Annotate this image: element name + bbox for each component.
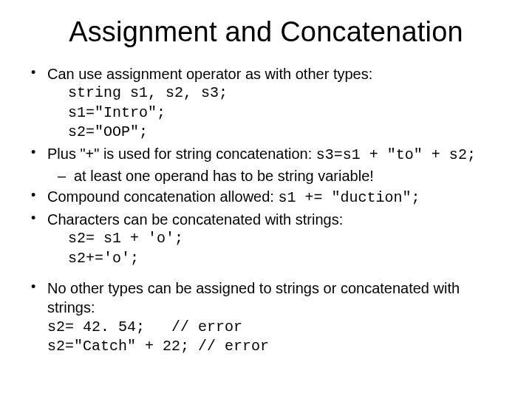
sub-bullet: at least one operand has to be string va… xyxy=(58,166,505,185)
sub-text: at least one operand has to be string va… xyxy=(74,168,374,184)
slide: Assignment and Concatenation Can use ass… xyxy=(0,0,532,399)
sub-list: at least one operand has to be string va… xyxy=(47,166,505,185)
code-line: s2="Catch" + 22; // error xyxy=(47,337,505,356)
bullet-list: Can use assignment operator as with othe… xyxy=(27,64,505,268)
bullet-list-2: No other types can be assigned to string… xyxy=(27,279,505,357)
bullet-text: Can use assignment operator as with othe… xyxy=(47,66,372,82)
bullet-concatenation: Plus "+" is used for string concatenatio… xyxy=(27,144,505,186)
bullet-text: Plus "+" is used for string concatenatio… xyxy=(47,146,316,162)
code-line: string s1, s2, s3; xyxy=(68,83,505,103)
bullet-errors: No other types can be assigned to string… xyxy=(27,279,505,357)
bullet-characters: Characters can be concatenated with stri… xyxy=(27,210,505,268)
bullet-assignment: Can use assignment operator as with othe… xyxy=(27,64,505,143)
code-line: s2= s1 + 'o'; xyxy=(68,229,505,248)
code-line: s2= 42. 54; // error xyxy=(47,318,505,337)
bullet-text: Characters can be concatenated with stri… xyxy=(47,211,343,228)
bullet-compound: Compound concatenation allowed: s1 += "d… xyxy=(27,187,505,208)
code-line: s2="OOP"; xyxy=(68,123,505,142)
bullet-text: No other types can be assigned to string… xyxy=(47,280,460,316)
code-line: s2+='o'; xyxy=(68,249,505,268)
code-line: s1="Intro"; xyxy=(68,103,505,123)
bullet-text: Compound concatenation allowed: xyxy=(47,188,278,205)
code-inline: s3=s1 + "to" + s2; xyxy=(316,146,476,163)
spacer xyxy=(27,270,505,279)
code-inline: s1 += "duction"; xyxy=(278,189,420,206)
slide-title: Assignment and Concatenation xyxy=(27,16,505,48)
